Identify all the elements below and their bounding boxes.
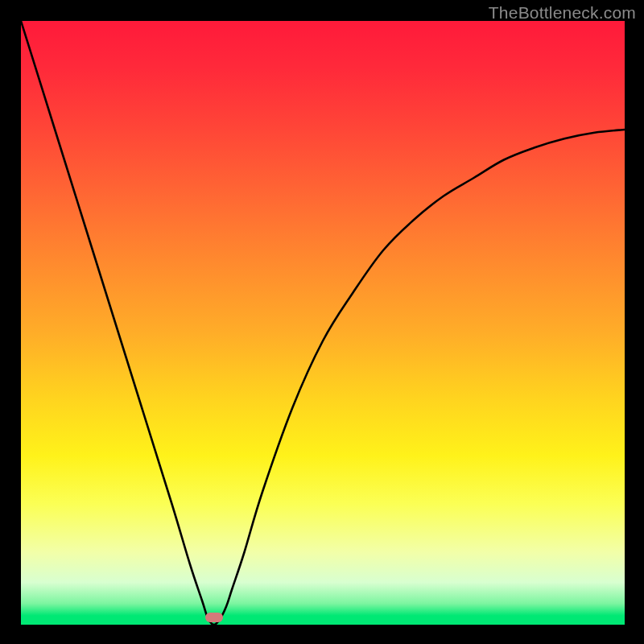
chart-frame: TheBottleneck.com	[0, 0, 644, 644]
bottleneck-curve	[21, 21, 625, 625]
optimum-marker	[205, 613, 223, 622]
plot-area	[21, 21, 625, 625]
watermark-text: TheBottleneck.com	[489, 3, 636, 23]
